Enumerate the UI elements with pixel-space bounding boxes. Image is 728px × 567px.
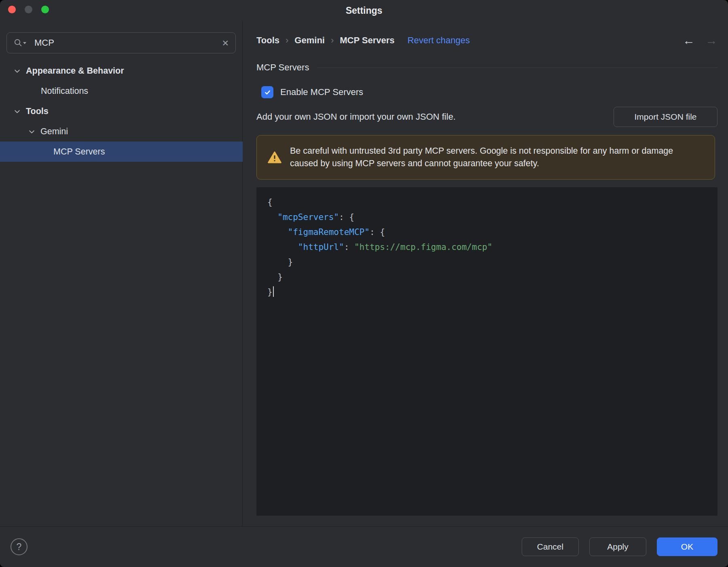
section-title: MCP Servers [256,62,309,73]
breadcrumb-gemini[interactable]: Gemini [294,35,325,46]
revert-changes-link[interactable]: Revert changes [408,35,470,46]
tree-item-tools[interactable]: Tools [0,101,243,121]
warning-icon [267,151,282,164]
dialog-footer: ? Cancel Apply OK [0,526,728,567]
tree-item-label: Gemini [40,127,68,137]
settings-tree: Appearance & Behavior Notifications Tool… [0,61,243,162]
tree-item-mcp-servers[interactable]: MCP Servers [0,142,243,162]
section-divider [317,68,717,68]
import-json-button[interactable]: Import JSON file [614,107,717,127]
import-hint-text: Add your own JSON or import your own JSO… [256,112,456,122]
apply-button[interactable]: Apply [589,537,646,556]
zoom-window-button[interactable] [41,6,49,13]
forward-icon[interactable]: → [705,34,717,47]
back-icon[interactable]: ← [683,34,695,47]
tree-item-label: MCP Servers [53,147,105,157]
settings-window: Settings ✕ Appearance [0,0,728,567]
enable-mcp-checkbox[interactable] [261,86,273,98]
breadcrumb-mcp-servers[interactable]: MCP Servers [340,35,394,46]
tree-item-label: Tools [26,106,49,116]
json-editor[interactable]: { "mcpServers": { "figmaRemoteMCP": { "h… [256,187,717,516]
question-mark-icon: ? [17,542,22,552]
help-button[interactable]: ? [11,538,28,555]
tree-item-gemini[interactable]: Gemini [0,121,243,142]
checkmark-icon [264,89,271,96]
clear-search-icon[interactable]: ✕ [222,39,229,47]
chevron-down-icon[interactable] [28,128,35,135]
search-field[interactable]: ✕ [6,32,236,53]
minimize-window-button[interactable] [25,6,32,13]
warning-banner: Be careful with untrusted 3rd party MCP … [256,135,715,180]
enable-mcp-label[interactable]: Enable MCP Servers [280,87,363,97]
breadcrumb-separator: › [286,35,288,46]
breadcrumb-tools[interactable]: Tools [256,35,279,46]
tree-item-notifications[interactable]: Notifications [0,81,243,101]
enable-mcp-row: Enable MCP Servers [261,86,363,98]
breadcrumb-row: Tools › Gemini › MCP Servers Revert chan… [256,32,717,49]
close-window-button[interactable] [8,6,16,13]
search-icon[interactable] [13,38,28,48]
history-nav: ← → [683,34,717,47]
cancel-button[interactable]: Cancel [522,537,579,556]
chevron-down-icon[interactable] [14,68,21,74]
ok-button[interactable]: OK [657,537,717,556]
window-controls [8,6,49,13]
settings-sidebar: ✕ Appearance & Behavior Notifications To… [0,21,243,526]
import-row: Add your own JSON or import your own JSO… [256,106,717,128]
settings-content: Tools › Gemini › MCP Servers Revert chan… [243,21,728,526]
tree-item-appearance-behavior[interactable]: Appearance & Behavior [0,61,243,81]
chevron-down-icon[interactable] [14,108,21,115]
window-title: Settings [0,0,728,21]
section-header: MCP Servers [256,62,717,73]
json-editor-lines: { "mcpServers": { "figmaRemoteMCP": { "h… [267,195,709,300]
breadcrumb-separator: › [331,35,334,46]
warning-text: Be careful with untrusted 3rd party MCP … [290,145,699,169]
footer-buttons: Cancel Apply OK [522,537,717,556]
tree-item-label: Notifications [41,86,88,96]
breadcrumb: Tools › Gemini › MCP Servers [256,35,395,46]
titlebar: Settings [0,0,728,21]
tree-item-label: Appearance & Behavior [26,66,124,76]
search-input[interactable] [34,37,222,49]
